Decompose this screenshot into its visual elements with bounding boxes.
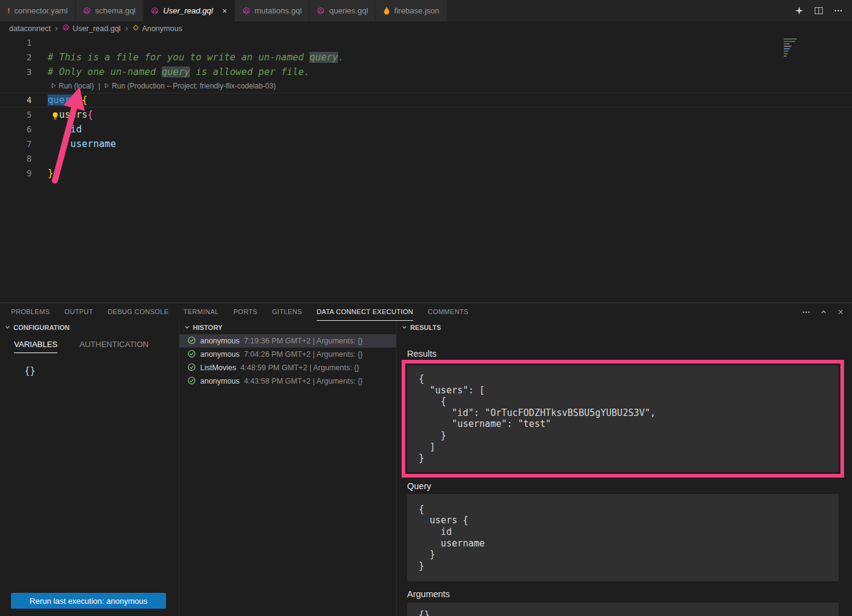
line-number: 5	[0, 107, 32, 122]
maximize-panel-icon[interactable]	[820, 308, 828, 316]
query-label: Query	[407, 481, 839, 491]
close-icon[interactable]: ×	[222, 7, 227, 15]
graphql-icon	[242, 7, 250, 15]
panel-actions	[802, 303, 852, 321]
firebase-flame-icon	[383, 7, 390, 15]
operation-symbol-icon	[132, 24, 139, 33]
history-item[interactable]: anonymous 7:19:36 PM GMT+2 | Arguments: …	[179, 334, 396, 348]
history-item[interactable]: anonymous 7:04:26 PM GMT+2 | Arguments: …	[179, 348, 396, 361]
run-production-link[interactable]: Run (Production – Project: friendly-flix…	[104, 82, 276, 90]
results-header[interactable]: RESULTS	[397, 321, 852, 334]
codelens: Run (local) | Run (Production – Project:…	[0, 79, 852, 93]
section-title: HISTORY	[193, 324, 222, 331]
history-detail: 4:48:59 PM GMT+2 | Arguments: {}	[240, 364, 359, 372]
history-item[interactable]: ListMovies 4:48:59 PM GMT+2 | Arguments:…	[179, 361, 396, 374]
tab-connector-yaml[interactable]: ! connector.yaml	[0, 0, 76, 21]
comment-text: # This is a file for you to write an un-…	[48, 52, 309, 63]
panel-body: CONFIGURATION VARIABLES AUTHENTICATION {…	[0, 321, 852, 616]
comment-text: is allowed per file.	[190, 66, 309, 77]
tab-firebase-json[interactable]: firebase.json	[376, 0, 447, 21]
line-number: 7	[0, 137, 32, 151]
chevron-down-icon	[184, 324, 190, 331]
results-section: RESULTS Results { "users": [ { "id": "Or…	[397, 321, 852, 616]
brace-token: {	[76, 95, 88, 106]
line-number: 4	[0, 93, 32, 107]
rerun-last-execution-button[interactable]: Rerun last execution: anonymous	[11, 593, 166, 609]
more-actions-icon[interactable]	[834, 6, 843, 15]
configuration-section: CONFIGURATION VARIABLES AUTHENTICATION {…	[0, 321, 179, 616]
code-line: 9 }	[0, 166, 852, 181]
tab-variables[interactable]: VARIABLES	[14, 340, 57, 353]
history-detail: 7:19:36 PM GMT+2 | Arguments: {}	[244, 337, 363, 345]
check-circle-icon	[187, 376, 196, 387]
tab-label: queries.gql	[329, 6, 368, 15]
history-section: HISTORY anonymous 7:19:36 PM GMT+2 | Arg…	[179, 321, 397, 616]
line-number: 9	[0, 166, 32, 181]
keyword-query-selected: query	[48, 95, 76, 106]
panel-tab-problems[interactable]: PROBLEMS	[11, 303, 50, 321]
breadcrumb-label: Anonymous	[142, 24, 182, 33]
history-name: anonymous	[200, 377, 240, 385]
warning-icon: !	[7, 6, 10, 15]
breadcrumb: dataconnect User_read.gql Anonymous	[0, 21, 852, 35]
code-line: 3 # Only one un-named query is allowed p…	[0, 65, 852, 79]
codelens-divider: |	[98, 82, 100, 90]
line-number: 8	[0, 151, 32, 166]
bottom-panel: PROBLEMS OUTPUT DEBUG CONSOLE TERMINAL P…	[0, 303, 852, 616]
breadcrumb-label: User_read.gql	[73, 24, 121, 33]
panel-tab-gitlens[interactable]: GITLENS	[272, 303, 302, 321]
annotation-highlight: { "users": [ { "id": "OrTucFODZHTksvBSBU…	[402, 360, 844, 478]
tab-queries-gql[interactable]: queries.gql	[309, 0, 376, 21]
history-header[interactable]: HISTORY	[179, 321, 396, 334]
tab-authentication[interactable]: AUTHENTICATION	[79, 340, 148, 353]
code-line: 2 # This is a file for you to write an u…	[0, 50, 852, 65]
tab-schema-gql[interactable]: schema.gql	[76, 0, 143, 21]
section-title: CONFIGURATION	[13, 324, 70, 331]
results-content: Results { "users": [ { "id": "OrTucFODZH…	[397, 349, 852, 616]
query-text: { users { id username } }	[407, 494, 839, 582]
tab-label: schema.gql	[95, 6, 135, 15]
split-editor-icon[interactable]	[814, 6, 823, 15]
tab-label: connector.yaml	[14, 6, 67, 15]
graphql-icon	[317, 7, 325, 15]
code-line: 5 users{	[0, 107, 852, 122]
tab-bar-spacer	[447, 0, 785, 21]
breadcrumb-dataconnect[interactable]: dataconnect	[9, 24, 51, 33]
configuration-header[interactable]: CONFIGURATION	[0, 321, 179, 334]
code-editor[interactable]: 1 2 # This is a file for you to write an…	[0, 35, 852, 303]
minimap[interactable]	[784, 38, 801, 58]
check-circle-icon	[187, 363, 196, 373]
word-highlight: query	[309, 52, 338, 63]
panel-tab-comments[interactable]: COMMENTS	[428, 303, 469, 321]
panel-tab-data-connect-execution[interactable]: DATA CONNECT EXECUTION	[317, 303, 413, 321]
tab-user-read-gql[interactable]: User_read.gql ×	[143, 0, 235, 21]
breadcrumb-anonymous[interactable]: Anonymous	[132, 24, 182, 33]
line-number: 6	[0, 122, 32, 137]
code-line: 8 }	[0, 151, 852, 166]
more-actions-icon[interactable]	[802, 308, 810, 317]
arguments-label: Arguments	[407, 589, 839, 599]
run-local-link[interactable]: Run (local)	[51, 82, 94, 90]
panel-tab-ports[interactable]: PORTS	[233, 303, 257, 321]
panel-tab-output[interactable]: OUTPUT	[65, 303, 93, 321]
line-number: 1	[0, 35, 32, 50]
breadcrumb-file[interactable]: User_read.gql	[62, 24, 121, 33]
chevron-down-icon	[5, 324, 10, 331]
play-icon	[51, 82, 56, 90]
variables-json-input[interactable]: {}	[24, 365, 179, 376]
code-line-current: 4 query {	[0, 93, 852, 107]
word-highlight: query	[162, 66, 190, 77]
history-name: anonymous	[200, 337, 240, 345]
copilot-sparkle-icon[interactable]	[795, 6, 804, 15]
line-number: 2	[0, 50, 32, 65]
close-panel-icon[interactable]	[837, 308, 845, 316]
tab-mutations-gql[interactable]: mutations.gql	[235, 0, 309, 21]
panel-tab-debug-console[interactable]: DEBUG CONSOLE	[108, 303, 169, 321]
history-item[interactable]: anonymous 4:43:58 PM GMT+2 | Arguments: …	[179, 374, 396, 388]
comment-text: # Only one un-named	[48, 66, 162, 77]
panel-tab-terminal[interactable]: TERMINAL	[183, 303, 218, 321]
configuration-tabs: VARIABLES AUTHENTICATION	[0, 340, 179, 353]
tab-label: User_read.gql	[163, 6, 213, 15]
tab-label: firebase.json	[394, 6, 439, 15]
graphql-icon	[83, 7, 91, 15]
